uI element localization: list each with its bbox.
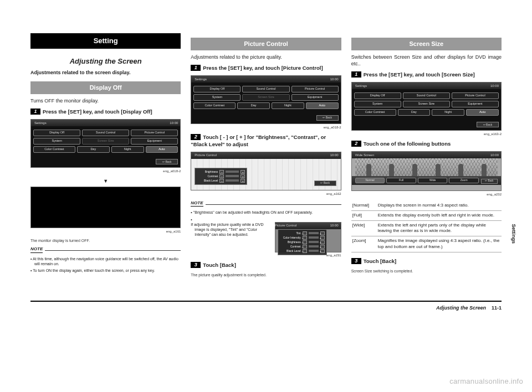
btn-back-2: ↩ Back	[316, 115, 339, 121]
btn-night: Night	[111, 146, 144, 153]
pc2-bright: Brightness	[280, 240, 301, 244]
plus-icon: +	[241, 170, 245, 174]
settings-screenshot-2: Settings10:00 Display Off Sound Control …	[191, 75, 341, 124]
pc2-blacklevel: Black Level	[280, 249, 301, 253]
side-tab-label: Settings	[511, 224, 516, 244]
btn-system-2: System	[193, 94, 241, 101]
pc-brightness: Brightness	[197, 170, 218, 174]
ss-step1-text: Press the [SET] key, and touch [Screen S…	[364, 71, 475, 78]
plus-icon-6: +	[320, 240, 325, 244]
btn-screen-size-2: Screen Size	[242, 94, 289, 101]
btn-sound-control-3: Sound Control	[403, 92, 450, 99]
pc-step1: 1Press the [SET] key, and touch [Picture…	[191, 65, 341, 72]
footer-rule	[30, 301, 502, 302]
btn-picture-control-3: Picture Control	[452, 92, 499, 99]
plus-icon-2: +	[241, 174, 245, 178]
step-num-1b: 1	[191, 65, 201, 71]
pc-step3: 3Touch [Back]	[191, 262, 341, 269]
btn-day-2: Day	[237, 102, 270, 109]
shot-time: 10:00	[170, 121, 178, 125]
tbl-k2: [Full]	[351, 210, 377, 220]
pc-panel: Brightness–+ Contrast–+ Black Level–+	[195, 168, 247, 185]
caption-pc-2: eng_a162	[191, 192, 341, 196]
caption-do-1: eng_a018-2	[30, 169, 181, 173]
tbl-v4: Magnifies the image displayed using 4:3 …	[377, 236, 502, 252]
btn-back-5: ↩ Back	[481, 179, 498, 184]
note-head-1: NOTE	[30, 246, 43, 253]
ss-step2-text: Touch one of the following buttons	[364, 141, 451, 147]
btn-auto-3: Auto	[466, 109, 499, 116]
btn-display-off-3: Display Off	[354, 92, 401, 99]
ss-done: Screen Size switching is completed.	[351, 269, 502, 274]
btn-back: ↩ Back	[156, 159, 178, 164]
pc-note2: If adjusting the picture quality while a…	[191, 217, 341, 258]
minus-icon-5: –	[303, 236, 307, 240]
do-note1: At this time, although the navigation vo…	[30, 256, 181, 266]
do-step1-text: Press the [SET] key, and touch [Display …	[43, 109, 152, 115]
step-num-2b: 2	[351, 141, 361, 147]
ss-step2: 2Touch one of the following buttons	[351, 141, 502, 148]
pc-title: Picture Control	[193, 153, 217, 157]
adjusting-sub: Adjustments related to the screen displa…	[30, 69, 181, 76]
btn-equipment-2: Equipment	[291, 94, 339, 101]
btn-back-4: ↩ Back	[477, 122, 499, 127]
shot-title-3: Settings	[354, 84, 367, 88]
btn-system: System	[33, 138, 80, 145]
picture-control-screenshot: Picture Control10:00 Brightness–+ Contra…	[191, 152, 341, 190]
wbtn-zoom: Zoom	[449, 178, 479, 183]
btn-sound-control: Sound Control	[82, 130, 129, 136]
plus-icon-5: +	[320, 236, 325, 240]
pc-title-2: Picture Control	[278, 224, 297, 228]
step-num-1: 1	[30, 109, 40, 115]
btn-night-3: Night	[432, 109, 464, 116]
btn-day-3: Day	[398, 109, 431, 116]
shot-title: Settings	[33, 121, 47, 125]
shot-title-2: Settings	[193, 77, 207, 81]
pc2-tint: Tint	[280, 231, 301, 235]
step-num-3: 3	[191, 262, 201, 268]
btn-screen-size: Screen Size	[82, 138, 129, 145]
btn-night-2: Night	[272, 102, 304, 109]
wbtn-wide: Wide	[418, 178, 448, 183]
note-list-1: At this time, although the navigation vo…	[30, 256, 181, 273]
plus-icon-8: +	[320, 249, 325, 253]
note-head-2: NOTE	[191, 200, 203, 207]
minus-icon: –	[219, 170, 224, 174]
tbl-v2: Extends the display evenly both left and…	[377, 210, 502, 220]
shot-time-5: 10:00	[490, 84, 499, 88]
plus-icon-3: +	[241, 179, 245, 183]
display-off-desc: Turns OFF the monitor display.	[30, 97, 181, 104]
do-note2: To turn ON the display again, either tou…	[30, 268, 181, 273]
pc-step2: 2Touch [ - ] or [ + ] for "Brightness", …	[191, 134, 341, 148]
shot-time-2: 10:00	[330, 77, 339, 81]
btn-system-3: System	[354, 101, 401, 107]
footer: Adjusting the Screen 11-1	[0, 305, 532, 311]
minus-icon-2: –	[219, 174, 224, 178]
pc-note2-text: If adjusting the picture quality while a…	[195, 222, 271, 238]
settings-screenshot-1: Settings10:00 Display Off Sound Control …	[30, 119, 181, 168]
pc-note1: "Brightness" can be adjusted with headli…	[191, 210, 341, 215]
ss-step1: 1Press the [SET] key, and touch [Screen …	[351, 71, 502, 79]
note-list-2: "Brightness" can be adjusted with headli…	[191, 210, 341, 257]
wide-screen-screenshot: Wide Screen10:00 Normal Full Wide Zoom ↩…	[351, 151, 502, 191]
screen-size-desc: Switches between Screen Size and other d…	[351, 54, 502, 67]
btn-picture-control-2: Picture Control	[291, 86, 339, 92]
ss-step3: 3Touch [Back]	[351, 258, 502, 265]
btn-display-off-2: Display Off	[193, 86, 241, 92]
minus-icon-4: –	[303, 231, 307, 235]
pc2-contrast: Contrast	[280, 245, 301, 249]
minus-icon-3: –	[219, 179, 224, 183]
black-screenshot	[30, 187, 181, 228]
pc-contrast: Contrast	[197, 174, 218, 178]
ss-step3-text: Touch [Back]	[364, 258, 396, 264]
step-num-1c: 1	[351, 71, 361, 78]
btn-screen-size-3: Screen Size	[403, 101, 450, 107]
minus-icon-7: –	[303, 245, 307, 249]
btn-picture-control: Picture Control	[131, 130, 178, 136]
setting-header: Setting	[30, 33, 181, 49]
caption-ss-2: eng_a232	[351, 192, 502, 197]
minus-icon-6: –	[303, 240, 307, 244]
pc2-colorint: Color Intensity	[280, 236, 301, 240]
picture-control-screenshot-2: Picture Control10:00 Tint–+ Color Intens…	[275, 222, 341, 252]
btn-auto: Auto	[146, 146, 178, 153]
